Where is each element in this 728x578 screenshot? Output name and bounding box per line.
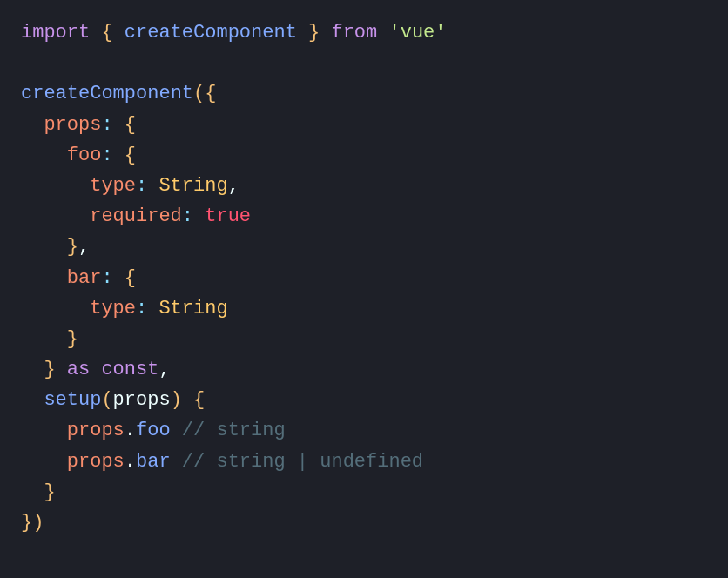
- code-line: foo: {: [67, 140, 707, 171]
- code-token: setup: [44, 385, 101, 415]
- code-token: [113, 110, 125, 140]
- code-token: ,: [228, 171, 239, 201]
- code-token: {: [125, 140, 136, 171]
- code-token: props: [113, 385, 171, 415]
- code-token: true: [205, 201, 251, 232]
- code-token: bar: [136, 447, 171, 477]
- code-token: :: [101, 140, 112, 171]
- code-token: bar: [67, 263, 102, 293]
- code-token: {: [125, 110, 136, 140]
- code-token: createComponent: [113, 17, 308, 48]
- code-line: type: String: [90, 293, 707, 324]
- code-token: ,: [158, 354, 170, 385]
- code-token: .: [125, 447, 136, 477]
- code-line: createComponent({: [21, 78, 707, 109]
- code-token: .: [125, 415, 136, 446]
- code-token: :: [101, 110, 112, 140]
- code-token: :: [136, 293, 147, 324]
- code-token: ): [32, 507, 44, 538]
- code-token: :: [101, 263, 112, 293]
- code-line: required: true: [90, 201, 707, 232]
- code-line: type: String,: [90, 171, 707, 201]
- code-token: }: [44, 354, 55, 385]
- code-token: }: [308, 17, 320, 48]
- code-line: }: [67, 324, 707, 354]
- code-line: bar: {: [67, 263, 707, 293]
- code-editor: import { createComponent } from 'vue' cr…: [0, 0, 728, 578]
- code-token: [171, 415, 182, 446]
- code-token: [90, 17, 101, 48]
- code-token: [147, 293, 158, 324]
- code-token: [113, 263, 125, 293]
- code-line: props.foo // string: [67, 415, 707, 446]
- code-token: // string: [182, 415, 286, 446]
- code-token: // string | undefined: [182, 447, 423, 477]
- code-token: props: [67, 415, 125, 446]
- code-token: props: [67, 447, 125, 477]
- code-line: [21, 48, 707, 78]
- code-line: } as const,: [44, 354, 707, 385]
- code-token: (: [101, 385, 112, 415]
- code-token: {: [193, 385, 205, 415]
- code-line: import { createComponent } from 'vue': [21, 17, 707, 48]
- code-token: [171, 447, 182, 477]
- code-line: }: [44, 477, 707, 507]
- code-token: createComponent: [21, 78, 193, 109]
- code-token: :: [182, 201, 193, 232]
- code-token: const: [101, 354, 158, 385]
- code-token: [182, 385, 193, 415]
- code-token: as: [56, 354, 102, 385]
- code-token: foo: [67, 140, 102, 171]
- code-token: {: [125, 263, 136, 293]
- code-token: [147, 171, 158, 201]
- code-token: String: [158, 293, 227, 324]
- code-token: }: [67, 324, 78, 354]
- code-token: String: [158, 171, 227, 201]
- code-token: (: [193, 78, 205, 109]
- code-token: type: [90, 171, 136, 201]
- code-token: }: [67, 232, 78, 262]
- code-line: },: [67, 232, 707, 262]
- code-token: required: [90, 201, 182, 232]
- code-token: {: [101, 17, 112, 48]
- code-token: ): [171, 385, 182, 415]
- code-token: }: [44, 477, 55, 507]
- code-token: :: [136, 171, 147, 201]
- code-token: foo: [136, 415, 171, 446]
- code-line: props.bar // string | undefined: [67, 447, 707, 477]
- code-token: {: [205, 78, 216, 109]
- code-content: import { createComponent } from 'vue' cr…: [21, 17, 707, 538]
- code-token: import: [21, 17, 90, 48]
- code-token: from: [320, 17, 388, 48]
- code-token: props: [44, 110, 101, 140]
- code-token: type: [90, 293, 136, 324]
- code-token: [193, 201, 205, 232]
- code-line: props: {: [44, 110, 707, 140]
- code-line: }): [21, 507, 707, 538]
- code-token: [113, 140, 125, 171]
- code-token: ,: [78, 232, 90, 262]
- code-line: setup(props) {: [44, 385, 707, 415]
- code-token: 'vue': [388, 17, 446, 48]
- code-token: }: [21, 507, 32, 538]
